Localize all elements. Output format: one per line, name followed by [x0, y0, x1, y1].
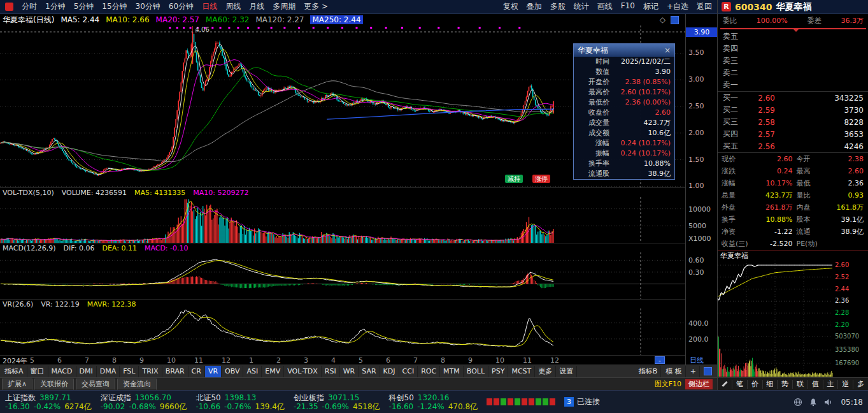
menu-item-更多 >[interactable]: 更多 >: [304, 1, 328, 12]
indicator-tab-RSI[interactable]: RSI: [322, 366, 340, 377]
ma-legend-item: MA20: 2.57: [156, 15, 199, 24]
menu-item-统计[interactable]: 统计: [574, 1, 589, 12]
indicator-tab-PSY[interactable]: PSY: [488, 366, 508, 377]
menu-item-5分钟[interactable]: 5分钟: [74, 1, 94, 12]
indicator-tab-DMI[interactable]: DMI: [76, 366, 97, 377]
menu-item-60分钟[interactable]: 60分钟: [169, 1, 194, 12]
panel-tab-笔[interactable]: 笔: [732, 380, 747, 389]
function-tab-关联报价[interactable]: 关联报价: [34, 379, 74, 390]
index-quote-深证成指[interactable]: 深证成指13056.70-90.02-0.68%9660亿: [101, 393, 187, 411]
period-label[interactable]: 日线: [690, 356, 704, 365]
ask-row[interactable]: 卖一: [718, 79, 868, 91]
menu-item-叠加[interactable]: 叠加: [527, 1, 542, 12]
menu-item-多周期[interactable]: 多周期: [273, 1, 295, 12]
volume-chart-canvas[interactable]: [0, 197, 685, 243]
ask-row[interactable]: 卖二: [718, 67, 868, 79]
menu-item-画线[interactable]: 画线: [597, 1, 613, 12]
panel-tab-细[interactable]: 细: [762, 380, 778, 389]
index-quote-创业板指[interactable]: 创业板指3071.15-21.35-0.69%4518亿: [294, 393, 380, 411]
menu-item-+自选[interactable]: +自选: [667, 1, 688, 12]
ask-row[interactable]: 卖四: [718, 43, 868, 55]
indicator-tab-WR[interactable]: WR: [340, 366, 359, 377]
popup-titlebar[interactable]: 华夏幸福 ×: [574, 44, 674, 57]
indicator-tab-FSL[interactable]: FSL: [120, 366, 139, 377]
menu-item-F10[interactable]: F10: [621, 1, 635, 12]
menu-item-1分钟[interactable]: 1分钟: [45, 1, 66, 12]
indicator-tab-更多[interactable]: 更多: [535, 366, 556, 377]
intraday-mini-chart[interactable]: 华夏幸福 2.602.522.442.362.282.2050307033538…: [718, 250, 868, 377]
bid-row[interactable]: 买三2.588228: [718, 116, 868, 128]
vr-chart-canvas[interactable]: [0, 308, 685, 355]
indicator-tab-ASI[interactable]: ASI: [243, 366, 262, 377]
indicator-tab-窗口[interactable]: 窗口: [27, 366, 48, 377]
connection-badge[interactable]: 3: [564, 397, 574, 407]
function-tab-交易查询[interactable]: 交易查询: [76, 379, 115, 390]
ask-row[interactable]: 卖五: [718, 31, 868, 43]
indicator-tab-TRIX[interactable]: TRIX: [139, 366, 162, 377]
menu-item-标记[interactable]: 标记: [643, 1, 658, 12]
indicator-tab-指标A[interactable]: 指标A: [1, 366, 27, 377]
panel-tab-逆[interactable]: 逆: [837, 380, 853, 389]
menu-item-多股[interactable]: 多股: [550, 1, 566, 12]
service-icon[interactable]: [793, 398, 802, 407]
index-quote-北证50[interactable]: 北证501398.13-10.66-0.76%139.4亿: [196, 393, 285, 411]
event-flag-reduce[interactable]: 减持: [505, 175, 523, 183]
indicator-tab-VR[interactable]: VR: [205, 366, 222, 377]
menu-item-月线[interactable]: 月线: [249, 1, 264, 12]
indicator-tab-CR[interactable]: CR: [189, 366, 205, 377]
bid-row[interactable]: 买一2.60343225: [718, 92, 868, 104]
ask-row[interactable]: 卖三: [718, 55, 868, 67]
bid-row[interactable]: 买四2.573653: [718, 128, 868, 140]
indicator-tab-CCI[interactable]: CCI: [399, 366, 418, 377]
sidebar-toggle-button[interactable]: 侧边栏: [685, 379, 713, 389]
app-logo-icon[interactable]: [5, 3, 13, 11]
bid-row[interactable]: 买二2.593730: [718, 104, 868, 116]
pencil-icon[interactable]: [722, 381, 727, 387]
macd-chart-canvas[interactable]: [0, 252, 685, 299]
indicator-tab-模 板[interactable]: 模 板: [662, 366, 686, 377]
index-quote-上证指数[interactable]: 上证指数3897.71-16.30-0.42%6274亿: [5, 393, 92, 411]
zoom-out-button[interactable]: -: [655, 356, 665, 364]
menu-item-返回[interactable]: 返回: [697, 1, 712, 12]
diamond-tool-icon[interactable]: ◇: [660, 15, 665, 24]
function-tab-资金流向[interactable]: 资金流向: [117, 379, 157, 390]
bid-row[interactable]: 买五2.564246: [718, 140, 868, 152]
indicator-tab-MCST[interactable]: MCST: [508, 366, 535, 377]
close-icon[interactable]: ×: [664, 46, 671, 55]
menu-item-日线[interactable]: 日线: [202, 1, 217, 12]
panel-resize-handle[interactable]: [704, 367, 712, 375]
menu-item-30分钟[interactable]: 30分钟: [136, 1, 160, 12]
indicator-tab-DMA[interactable]: DMA: [97, 366, 120, 377]
menu-item-15分钟[interactable]: 15分钟: [102, 1, 127, 12]
indicator-tab-OBV[interactable]: OBV: [222, 366, 243, 377]
panel-tab-联[interactable]: 联: [792, 380, 808, 389]
function-tab-扩展∧[interactable]: 扩展∧: [2, 379, 32, 390]
indicator-tab-BRAR[interactable]: BRAR: [162, 366, 189, 377]
speaker-icon[interactable]: [824, 398, 833, 407]
indicator-tab-VOL-TDX[interactable]: VOL-TDX: [284, 366, 322, 377]
indicator-tab-设置[interactable]: 设置: [556, 366, 577, 377]
indicator-tab-KDJ[interactable]: KDJ: [380, 366, 399, 377]
panel-tab-势[interactable]: 势: [777, 380, 792, 389]
menu-item-周线[interactable]: 周线: [225, 1, 241, 12]
indicator-tab-BOLL[interactable]: BOLL: [464, 366, 488, 377]
menu-item-复权[interactable]: 复权: [503, 1, 518, 12]
indicator-tab-ROC[interactable]: ROC: [418, 366, 440, 377]
panel-tab-值[interactable]: 值: [808, 380, 823, 389]
index-quote-科创50[interactable]: 科创501320.16-16.60-1.24%470.8亿: [389, 393, 478, 411]
indicator-tab-MACD[interactable]: MACD: [48, 366, 76, 377]
indicator-tab-MTM[interactable]: MTM: [440, 366, 464, 377]
menu-item-分时[interactable]: 分时: [22, 1, 37, 12]
f10-button[interactable]: 图文F10: [655, 379, 681, 389]
panel-tool-icon[interactable]: [671, 16, 679, 24]
panel-tab-主[interactable]: 主: [823, 380, 838, 389]
indicator-tab-SAR[interactable]: SAR: [359, 366, 380, 377]
panel-tab-价[interactable]: 价: [747, 380, 762, 389]
indicator-value-label: MA5: 4131335: [134, 189, 185, 197]
indicator-tab-+[interactable]: +: [687, 366, 700, 377]
indicator-tab-指标B[interactable]: 指标B: [636, 366, 662, 377]
panel-tab-多[interactable]: 多: [853, 380, 868, 389]
indicator-tab-EMV[interactable]: EMV: [262, 366, 284, 377]
bell-icon[interactable]: [809, 398, 818, 407]
event-flag-limitup[interactable]: 涨停: [532, 175, 550, 183]
